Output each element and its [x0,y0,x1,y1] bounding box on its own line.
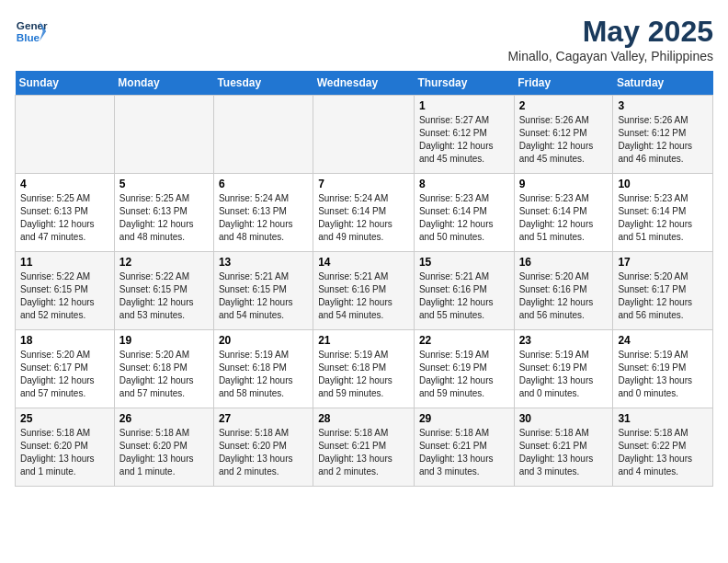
day-info: Sunrise: 5:20 AM Sunset: 6:17 PM Dayligh… [20,349,109,400]
day-info: Sunrise: 5:20 AM Sunset: 6:18 PM Dayligh… [119,349,209,400]
day-info: Sunrise: 5:24 AM Sunset: 6:13 PM Dayligh… [219,192,308,244]
calendar-cell: 16Sunrise: 5:20 AM Sunset: 6:16 PM Dayli… [514,252,613,330]
day-number: 28 [318,412,409,425]
day-info: Sunrise: 5:19 AM Sunset: 6:18 PM Dayligh… [219,349,308,400]
calendar-cell: 17Sunrise: 5:20 AM Sunset: 6:17 PM Dayli… [613,252,713,330]
calendar-cell: 15Sunrise: 5:21 AM Sunset: 6:16 PM Dayli… [414,252,514,330]
day-info: Sunrise: 5:23 AM Sunset: 6:14 PM Dayligh… [519,192,609,244]
day-info: Sunrise: 5:25 AM Sunset: 6:13 PM Dayligh… [20,192,109,244]
day-number: 16 [519,256,609,269]
day-info: Sunrise: 5:20 AM Sunset: 6:16 PM Dayligh… [519,270,609,322]
calendar-cell: 24Sunrise: 5:19 AM Sunset: 6:19 PM Dayli… [613,330,713,408]
day-info: Sunrise: 5:18 AM Sunset: 6:21 PM Dayligh… [318,427,409,478]
day-number: 22 [419,334,509,347]
day-number: 11 [20,256,109,269]
day-number: 21 [318,334,409,347]
calendar-cell: 12Sunrise: 5:22 AM Sunset: 6:15 PM Dayli… [114,252,213,330]
day-info: Sunrise: 5:21 AM Sunset: 6:16 PM Dayligh… [419,270,509,322]
calendar-cell: 6Sunrise: 5:24 AM Sunset: 6:13 PM Daylig… [213,174,313,252]
calendar-cell: 1Sunrise: 5:27 AM Sunset: 6:12 PM Daylig… [414,96,514,174]
day-info: Sunrise: 5:22 AM Sunset: 6:15 PM Dayligh… [119,270,209,322]
calendar-cell: 8Sunrise: 5:23 AM Sunset: 6:14 PM Daylig… [414,174,514,252]
day-info: Sunrise: 5:21 AM Sunset: 6:16 PM Dayligh… [318,270,409,322]
calendar-table: SundayMondayTuesdayWednesdayThursdayFrid… [15,71,713,487]
day-info: Sunrise: 5:25 AM Sunset: 6:13 PM Dayligh… [119,192,209,244]
calendar-week-row: 4Sunrise: 5:25 AM Sunset: 6:13 PM Daylig… [16,174,713,252]
day-number: 27 [219,412,308,425]
calendar-cell: 19Sunrise: 5:20 AM Sunset: 6:18 PM Dayli… [114,330,213,408]
calendar-cell [213,96,313,174]
calendar-cell: 3Sunrise: 5:26 AM Sunset: 6:12 PM Daylig… [613,96,713,174]
calendar-cell: 14Sunrise: 5:21 AM Sunset: 6:16 PM Dayli… [313,252,415,330]
day-number: 8 [419,178,509,190]
day-number: 5 [119,178,209,190]
day-number: 23 [519,334,609,347]
calendar-cell: 29Sunrise: 5:18 AM Sunset: 6:21 PM Dayli… [414,408,514,487]
calendar-cell [114,96,213,174]
calendar-header-saturday: Saturday [613,71,713,96]
day-number: 13 [219,256,308,269]
day-info: Sunrise: 5:22 AM Sunset: 6:15 PM Dayligh… [20,270,109,322]
calendar-cell: 25Sunrise: 5:18 AM Sunset: 6:20 PM Dayli… [16,408,115,487]
day-number: 26 [119,412,209,425]
calendar-cell: 28Sunrise: 5:18 AM Sunset: 6:21 PM Dayli… [313,408,415,487]
day-number: 6 [219,178,308,190]
day-info: Sunrise: 5:24 AM Sunset: 6:14 PM Dayligh… [318,192,409,244]
day-number: 14 [318,256,409,269]
calendar-header-sunday: Sunday [16,71,115,96]
calendar-cell: 27Sunrise: 5:18 AM Sunset: 6:20 PM Dayli… [213,408,313,487]
day-number: 29 [419,412,509,425]
calendar-cell [313,96,415,174]
calendar-cell: 22Sunrise: 5:19 AM Sunset: 6:19 PM Dayli… [414,330,514,408]
svg-text:Blue: Blue [17,31,40,43]
day-info: Sunrise: 5:20 AM Sunset: 6:17 PM Dayligh… [618,270,708,322]
day-number: 4 [20,178,109,190]
day-info: Sunrise: 5:18 AM Sunset: 6:20 PM Dayligh… [219,427,308,478]
calendar-cell: 18Sunrise: 5:20 AM Sunset: 6:17 PM Dayli… [16,330,115,408]
calendar-header-tuesday: Tuesday [213,71,313,96]
calendar-cell: 7Sunrise: 5:24 AM Sunset: 6:14 PM Daylig… [313,174,415,252]
calendar-cell: 30Sunrise: 5:18 AM Sunset: 6:21 PM Dayli… [514,408,613,487]
day-info: Sunrise: 5:19 AM Sunset: 6:19 PM Dayligh… [618,349,708,400]
day-number: 3 [618,99,708,112]
day-number: 9 [519,178,609,190]
day-info: Sunrise: 5:23 AM Sunset: 6:14 PM Dayligh… [618,192,708,244]
calendar-header-thursday: Thursday [414,71,514,96]
day-info: Sunrise: 5:19 AM Sunset: 6:18 PM Dayligh… [318,349,409,400]
calendar-week-row: 1Sunrise: 5:27 AM Sunset: 6:12 PM Daylig… [16,96,713,174]
calendar-cell: 23Sunrise: 5:19 AM Sunset: 6:19 PM Dayli… [514,330,613,408]
day-number: 17 [618,256,708,269]
calendar-cell: 5Sunrise: 5:25 AM Sunset: 6:13 PM Daylig… [114,174,213,252]
month-year-title: May 2025 [507,15,713,49]
calendar-header-monday: Monday [114,71,213,96]
logo: General Blue [15,15,48,48]
day-number: 10 [618,178,708,190]
calendar-week-row: 25Sunrise: 5:18 AM Sunset: 6:20 PM Dayli… [16,408,713,487]
day-number: 15 [419,256,509,269]
calendar-cell: 26Sunrise: 5:18 AM Sunset: 6:20 PM Dayli… [114,408,213,487]
calendar-cell: 11Sunrise: 5:22 AM Sunset: 6:15 PM Dayli… [16,252,115,330]
calendar-cell [16,96,115,174]
day-info: Sunrise: 5:27 AM Sunset: 6:12 PM Dayligh… [419,114,509,166]
day-number: 30 [519,412,609,425]
calendar-week-row: 18Sunrise: 5:20 AM Sunset: 6:17 PM Dayli… [16,330,713,408]
calendar-cell: 2Sunrise: 5:26 AM Sunset: 6:12 PM Daylig… [514,96,613,174]
day-info: Sunrise: 5:18 AM Sunset: 6:20 PM Dayligh… [119,427,209,478]
location-subtitle: Minallo, Cagayan Valley, Philippines [507,49,713,63]
day-number: 19 [119,334,209,347]
calendar-cell: 20Sunrise: 5:19 AM Sunset: 6:18 PM Dayli… [213,330,313,408]
day-info: Sunrise: 5:21 AM Sunset: 6:15 PM Dayligh… [219,270,308,322]
calendar-cell: 9Sunrise: 5:23 AM Sunset: 6:14 PM Daylig… [514,174,613,252]
calendar-cell: 4Sunrise: 5:25 AM Sunset: 6:13 PM Daylig… [16,174,115,252]
day-info: Sunrise: 5:26 AM Sunset: 6:12 PM Dayligh… [519,114,609,166]
day-info: Sunrise: 5:23 AM Sunset: 6:14 PM Dayligh… [419,192,509,244]
calendar-cell: 10Sunrise: 5:23 AM Sunset: 6:14 PM Dayli… [613,174,713,252]
day-number: 31 [618,412,708,425]
day-number: 1 [419,99,509,112]
day-number: 25 [20,412,109,425]
calendar-week-row: 11Sunrise: 5:22 AM Sunset: 6:15 PM Dayli… [16,252,713,330]
day-number: 20 [219,334,308,347]
day-info: Sunrise: 5:18 AM Sunset: 6:21 PM Dayligh… [519,427,609,478]
calendar-cell: 13Sunrise: 5:21 AM Sunset: 6:15 PM Dayli… [213,252,313,330]
day-info: Sunrise: 5:18 AM Sunset: 6:20 PM Dayligh… [20,427,109,478]
